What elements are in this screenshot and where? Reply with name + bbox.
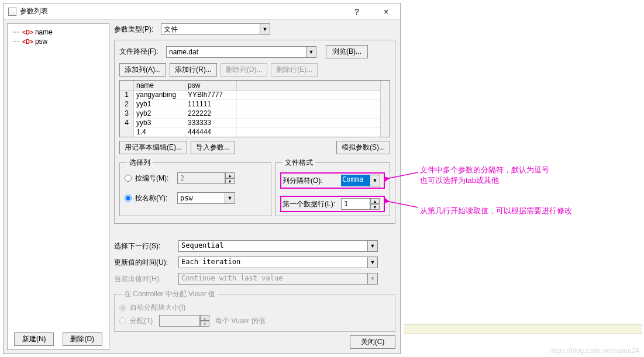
delimiter-value: Comma (341, 175, 370, 186)
sidebar: ⋯ <D> name ⋯ <D> psw 新建(N) 删除(D) (7, 23, 109, 350)
file-path-value[interactable] (166, 46, 306, 58)
param-tree[interactable]: ⋯ <D> name ⋯ <D> psw (8, 24, 109, 329)
vuser-manual-radio (119, 317, 126, 324)
select-column-legend: 选择列 (127, 158, 153, 168)
by-name-radio[interactable] (125, 195, 132, 202)
table-row[interactable]: 1yangyanbingYYBlh7777 (120, 91, 380, 100)
content: ⋯ <D> name ⋯ <D> psw 新建(N) 删除(D) 参数类型(P)… (4, 20, 400, 353)
chevron-down-icon[interactable]: ▼ (368, 257, 378, 268)
table-row[interactable]: 3yyb2222222 (120, 109, 380, 119)
param-type-label: 参数类型(P): (114, 25, 161, 34)
spin-down-icon[interactable]: ▼ (370, 204, 380, 210)
vuser-manual-row: 分配(T) ▲▼ 每个 Vuser 的值 (119, 315, 390, 327)
vuser-fieldset: 在 Controller 中分配 Vuser 值 自动分配块大小(I) 分配(T… (114, 289, 395, 332)
by-number-label: 按编号(M): (135, 174, 177, 183)
chevron-down-icon[interactable]: ▼ (260, 23, 270, 35)
delimiter-select[interactable]: Comma ▼ (341, 175, 380, 186)
import-params-button[interactable]: 导入参数... (191, 141, 235, 154)
bottom-section: 选择下一行(S): Sequential ▼ 更新值的时间(U): Each i… (114, 240, 395, 350)
simulate-params-button[interactable]: 模拟参数(S)... (336, 141, 390, 154)
add-col-button[interactable]: 添加列(A)... (119, 63, 166, 77)
by-number-spinner: ▲▼ (225, 172, 235, 184)
data-table[interactable]: name psw 1yangyanbingYYBlh7777 2yyb11111… (119, 80, 390, 137)
chevron-down-icon: ▼ (368, 273, 378, 285)
svg-line-0 (389, 172, 418, 178)
table-row[interactable]: 1.4444444 (120, 128, 380, 137)
chevron-down-icon[interactable]: ▼ (306, 46, 316, 58)
tree-item-psw[interactable]: ⋯ <D> psw (10, 37, 106, 46)
by-number-input (177, 172, 225, 184)
next-row-select[interactable]: Sequential ▼ (178, 240, 378, 252)
file-format-legend: 文件格式 (283, 158, 315, 168)
vuser-legend: 在 Controller 中分配 Vuser 值 (122, 289, 218, 299)
spin-up-icon: ▲ (225, 172, 235, 178)
select-column-fieldset: 选择列 按编号(M): ▲▼ 按名称(Y): ▼ (119, 158, 271, 216)
by-number-radio[interactable] (125, 175, 132, 182)
next-row-value: Sequential (178, 240, 368, 252)
close-button[interactable]: × (374, 4, 398, 19)
first-row-spinner[interactable]: ▲▼ (370, 198, 380, 210)
vuser-auto-row: 自动分配块大小(I) (119, 303, 390, 313)
out-of-values-value: Continue with last value (178, 273, 368, 285)
chevron-down-icon[interactable]: ▼ (368, 240, 378, 252)
del-row-button: 删除行(E)... (271, 63, 318, 77)
by-name-value[interactable] (177, 192, 225, 204)
delimiter-label: 列分隔符(O): (283, 176, 341, 186)
titlebar: 参数列表 ? × (4, 4, 400, 20)
th-psw[interactable]: psw (185, 81, 237, 90)
th-name[interactable]: name (134, 81, 185, 90)
spin-down-icon: ▼ (200, 321, 209, 327)
spin-up-icon[interactable]: ▲ (370, 198, 380, 204)
annotation-delimiter-1: 文件中多个参数的分隔符，默认为逗号 (420, 165, 549, 175)
vertical-scrollbar[interactable] (380, 81, 390, 137)
first-row-row: 第一个数据行(L): ▲▼ (280, 196, 385, 212)
close-dialog-button[interactable]: 关闭(C) (350, 335, 395, 349)
th-rownum (120, 81, 134, 90)
table-row[interactable]: 4yyb3333333 (120, 119, 380, 128)
vuser-manual-label: 分配(T) (130, 316, 159, 326)
spin-down-icon: ▼ (225, 178, 235, 184)
below-table-buttons: 用记事本编辑(E)... 导入参数... 模拟参数(S)... (119, 141, 390, 154)
by-number-row: 按编号(M): ▲▼ (125, 172, 266, 184)
watermark: https://blog.csdn.net/haiou24 (550, 346, 639, 355)
window-title: 参数列表 (20, 6, 345, 16)
tree-item-label: name (35, 28, 53, 36)
table-row[interactable]: 2yyb1111111 (120, 100, 380, 109)
delimiter-row: 列分隔符(O): Comma ▼ (280, 172, 385, 189)
file-format-fieldset: 文件格式 列分隔符(O): Comma ▼ 第一个数据行(L): ▲▼ (275, 158, 390, 216)
browse-button[interactable]: 浏览(B)... (326, 45, 368, 58)
sidebar-buttons: 新建(N) 删除(D) (8, 329, 109, 349)
new-button[interactable]: 新建(N) (14, 332, 54, 346)
param-type-row: 参数类型(P): 文件 ▼ (114, 23, 395, 35)
tree-expand-icon: ⋯ (12, 28, 19, 36)
background-strip (404, 324, 642, 334)
main-panel: 参数类型(P): 文件 ▼ 文件路径(F): ▼ 浏览(B)... (112, 20, 400, 353)
first-row-label: 第一个数据行(L): (283, 199, 341, 209)
delete-button[interactable]: 删除(D) (63, 332, 102, 346)
notepad-edit-button[interactable]: 用记事本编辑(E)... (119, 141, 187, 154)
table-body: 1yangyanbingYYBlh7777 2yyb1111111 3yyb22… (120, 91, 380, 137)
help-button[interactable]: ? (345, 4, 369, 19)
out-of-values-select: Continue with last value ▼ (178, 273, 378, 285)
tag-icon: <D> (22, 39, 33, 45)
table-button-row: 添加列(A)... 添加行(R)... 删除列(D)... 删除行(E)... (119, 63, 390, 77)
add-row-button[interactable]: 添加行(R)... (170, 63, 217, 77)
annotation-firstrow: 从第几行开始读取值，可以根据需要进行修改 (420, 206, 572, 216)
close-row: 关闭(C) (114, 332, 395, 350)
update-time-select[interactable]: Each iteration ▼ (178, 257, 378, 268)
vuser-spinner: ▲▼ (200, 315, 209, 327)
out-of-values-label: 当超出值时(H): (114, 274, 178, 284)
out-of-values-row: 当超出值时(H): Continue with last value ▼ (114, 273, 395, 285)
param-type-select[interactable]: 文件 ▼ (161, 23, 270, 35)
del-col-button: 删除列(D)... (221, 63, 268, 77)
arrow-delimiter (386, 169, 421, 183)
by-name-select[interactable]: ▼ (177, 192, 235, 204)
window-icon (8, 8, 16, 16)
first-row-input[interactable] (341, 198, 370, 210)
file-path-input[interactable]: ▼ (166, 46, 316, 58)
chevron-down-icon[interactable]: ▼ (370, 175, 380, 186)
tree-item-label: psw (35, 37, 47, 46)
tree-item-name[interactable]: ⋯ <D> name (10, 27, 106, 37)
by-name-label: 按名称(Y): (135, 193, 177, 203)
chevron-down-icon[interactable]: ▼ (225, 192, 235, 204)
